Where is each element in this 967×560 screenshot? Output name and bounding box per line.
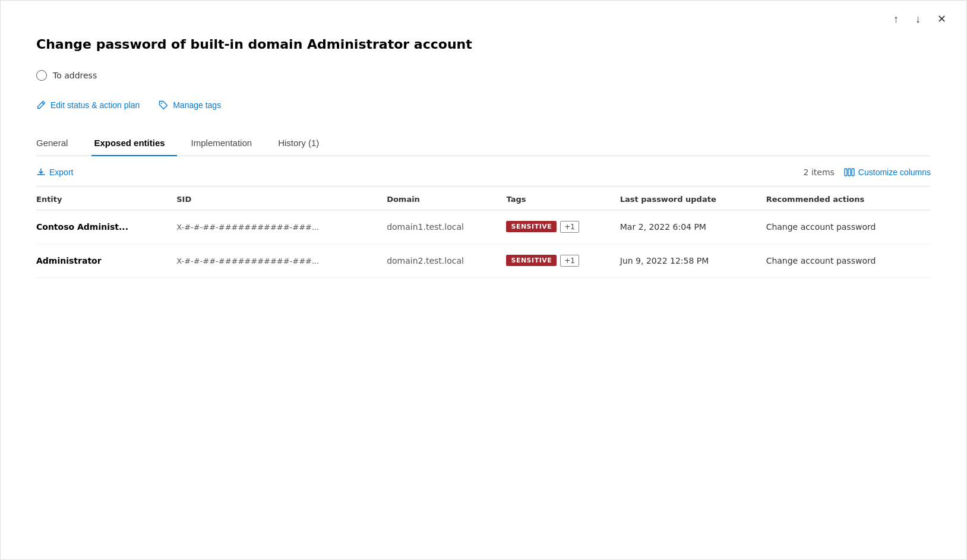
entities-table: Entity SID Domain Tags Last password upd…: [36, 186, 931, 278]
recommended-actions-cell: Change account password: [766, 210, 931, 243]
tab-history[interactable]: History (1): [276, 132, 331, 156]
address-circle-icon: [36, 70, 47, 81]
export-icon: [36, 167, 46, 178]
tab-implementation[interactable]: Implementation: [189, 132, 264, 156]
svg-rect-2: [848, 169, 851, 176]
navigate-up-button[interactable]: ↑: [891, 11, 901, 27]
page-title: Change password of built-in domain Admin…: [36, 36, 931, 53]
recommended-actions-cell: Change account password: [766, 243, 931, 277]
customize-columns-label: Customize columns: [858, 167, 931, 177]
col-header-sid: SID: [176, 186, 387, 210]
col-header-last-password-update: Last password update: [620, 186, 766, 210]
sensitive-tag-badge: SENSITIVE: [506, 221, 557, 232]
table-toolbar: Export 2 items Customize columns: [36, 156, 931, 186]
last-password-update-cell: Mar 2, 2022 6:04 PM: [620, 210, 766, 243]
entity-name-cell: Contoso Administ...: [36, 210, 176, 243]
top-actions: ↑ ↓ ✕: [891, 11, 949, 27]
panel: ↑ ↓ ✕ Change password of built-in domain…: [0, 0, 967, 560]
tags-cell: SENSITIVE +1: [506, 210, 620, 243]
sid-value: X-#-#-##-###########-###...: [176, 223, 319, 232]
sid-cell: X-#-#-##-###########-###...: [176, 210, 387, 243]
content-area: Change password of built-in domain Admin…: [1, 1, 966, 302]
edit-status-label: Edit status & action plan: [50, 100, 140, 110]
last-password-update-cell: Jun 9, 2022 12:58 PM: [620, 243, 766, 277]
pencil-icon: [36, 100, 46, 110]
entity-name[interactable]: Contoso Administ...: [36, 222, 128, 232]
domain-value: domain2.test.local: [387, 256, 464, 265]
tag-icon: [159, 100, 168, 110]
domain-value: domain1.test.local: [387, 222, 464, 232]
date-value: Jun 9, 2022 12:58 PM: [620, 256, 709, 265]
items-count: 2 items: [804, 167, 835, 177]
col-header-tags: Tags: [506, 186, 620, 210]
sensitive-tag-badge: SENSITIVE: [506, 255, 557, 266]
toolbar-right: 2 items Customize columns: [804, 167, 931, 177]
close-button[interactable]: ✕: [935, 11, 949, 27]
sid-cell: X-#-#-##-###########-###...: [176, 243, 387, 277]
navigate-down-button[interactable]: ↓: [913, 11, 923, 27]
col-header-recommended-actions: Recommended actions: [766, 186, 931, 210]
address-row: To address: [36, 70, 931, 81]
tag-extra: +1: [560, 255, 579, 267]
address-label: To address: [53, 71, 97, 80]
manage-tags-button[interactable]: Manage tags: [159, 100, 221, 110]
tabs-container: General Exposed entities Implementation …: [36, 132, 931, 156]
recommended-action-text: Change account password: [766, 222, 876, 232]
col-header-entity: Entity: [36, 186, 176, 210]
sid-value: X-#-#-##-###########-###...: [176, 257, 319, 265]
entity-name[interactable]: Administrator: [36, 256, 102, 265]
svg-point-0: [161, 103, 162, 104]
tab-exposed-entities[interactable]: Exposed entities: [91, 132, 176, 156]
customize-columns-button[interactable]: Customize columns: [844, 167, 931, 177]
tags-cell: SENSITIVE +1: [506, 243, 620, 277]
tab-general[interactable]: General: [36, 132, 80, 156]
export-label: Export: [49, 167, 73, 177]
tag-extra: +1: [560, 221, 579, 233]
svg-rect-3: [852, 169, 854, 176]
date-value: Mar 2, 2022 6:04 PM: [620, 222, 706, 232]
customize-columns-icon: [844, 167, 855, 177]
col-header-domain: Domain: [387, 186, 506, 210]
export-button[interactable]: Export: [36, 167, 73, 178]
table-row: Contoso Administ... X-#-#-##-###########…: [36, 210, 931, 243]
manage-tags-label: Manage tags: [173, 100, 221, 110]
tags-container: SENSITIVE +1: [506, 221, 610, 233]
tags-container: SENSITIVE +1: [506, 255, 610, 267]
domain-cell: domain1.test.local: [387, 210, 506, 243]
action-buttons: Edit status & action plan Manage tags: [36, 100, 931, 110]
recommended-action-text: Change account password: [766, 256, 876, 265]
domain-cell: domain2.test.local: [387, 243, 506, 277]
edit-status-button[interactable]: Edit status & action plan: [36, 100, 140, 110]
entity-name-cell: Administrator: [36, 243, 176, 277]
table-row: Administrator X-#-#-##-###########-###..…: [36, 243, 931, 277]
svg-rect-1: [845, 169, 847, 176]
table-header-row: Entity SID Domain Tags Last password upd…: [36, 186, 931, 210]
